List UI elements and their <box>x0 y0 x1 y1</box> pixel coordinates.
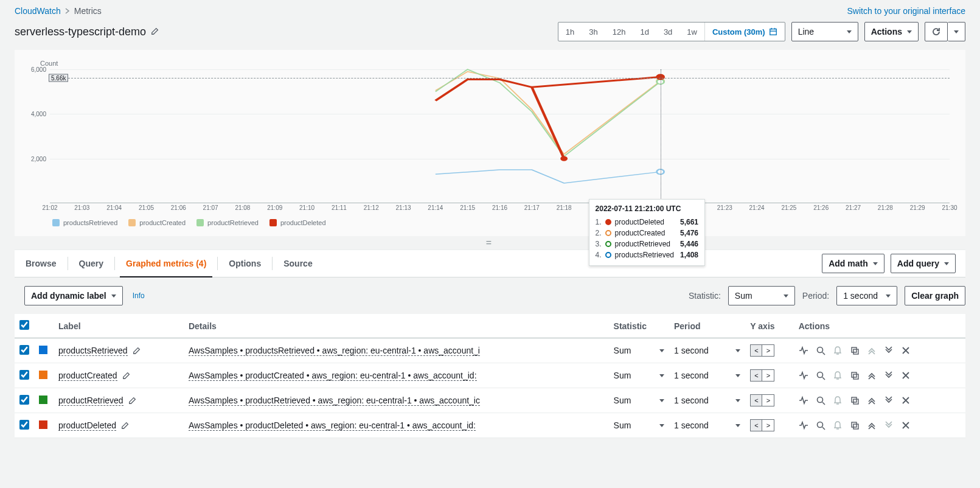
edit-icon[interactable] <box>122 371 131 380</box>
row-checkbox[interactable] <box>19 420 29 430</box>
row-checkbox[interactable] <box>19 395 29 405</box>
search-icon[interactable] <box>816 346 825 355</box>
resize-handle[interactable]: = <box>15 236 965 249</box>
arrow-down-icon[interactable] <box>884 371 894 380</box>
statistic-select[interactable]: Sum <box>728 286 795 305</box>
yaxis-right-button[interactable]: > <box>762 344 774 357</box>
yaxis-left-button[interactable]: < <box>750 344 762 357</box>
chart[interactable]: Count 2,0004,0006,000 5.66k 07-11 21:20:… <box>15 50 965 236</box>
close-icon[interactable] <box>901 346 911 355</box>
yaxis-left-button[interactable]: < <box>750 369 762 382</box>
refresh-button[interactable] <box>925 22 948 41</box>
breadcrumb-root[interactable]: CloudWatch <box>15 6 61 16</box>
yaxis-right-button[interactable]: > <box>762 369 774 382</box>
legend-item[interactable]: productCreated <box>128 219 186 226</box>
copy-icon[interactable] <box>850 396 860 405</box>
bell-icon[interactable] <box>833 371 843 380</box>
tab-graphed-metrics-4[interactable]: Graphed metrics (4) <box>115 250 217 277</box>
switch-interface-link[interactable]: Switch to your original interface <box>847 6 965 16</box>
time-range-1w[interactable]: 1w <box>679 23 704 41</box>
pulse-icon[interactable] <box>799 371 808 380</box>
time-range-1d[interactable]: 1d <box>633 23 656 41</box>
row-statistic-select[interactable]: Sum <box>614 371 664 380</box>
time-range-1h[interactable]: 1h <box>558 23 582 41</box>
arrow-up-icon[interactable] <box>867 371 877 380</box>
row-checkbox[interactable] <box>19 370 29 380</box>
period-select[interactable]: 1 second <box>836 286 897 305</box>
yaxis-right-button[interactable]: > <box>762 419 774 431</box>
row-checkbox[interactable] <box>19 345 29 355</box>
actions-button[interactable]: Actions <box>864 22 919 41</box>
legend-item[interactable]: productRetrieved <box>196 219 259 226</box>
arrow-up-icon[interactable] <box>867 346 877 355</box>
edit-icon[interactable] <box>121 421 130 430</box>
copy-icon[interactable] <box>850 420 860 430</box>
tab-query[interactable]: Query <box>68 250 114 277</box>
time-range-12h[interactable]: 12h <box>605 23 633 41</box>
metric-details[interactable]: AwsSamples • productCreated • aws_region… <box>189 371 477 381</box>
time-range-custom[interactable]: Custom (30m) <box>704 23 785 41</box>
series-color-swatch[interactable] <box>39 420 47 429</box>
yaxis-left-button[interactable]: < <box>750 394 762 406</box>
bell-icon[interactable] <box>833 346 843 355</box>
add-math-button[interactable]: Add math <box>822 254 884 273</box>
arrow-up-icon[interactable] <box>867 420 877 430</box>
time-range-3d[interactable]: 3d <box>656 23 679 41</box>
edit-icon[interactable] <box>128 396 137 405</box>
close-icon[interactable] <box>901 371 911 380</box>
arrow-down-icon[interactable] <box>884 346 894 355</box>
row-period-select[interactable]: 1 second <box>674 396 740 405</box>
copy-icon[interactable] <box>850 346 860 355</box>
arrow-down-icon[interactable] <box>884 396 894 405</box>
search-icon[interactable] <box>816 396 825 405</box>
legend-label: productCreated <box>139 219 186 226</box>
select-all-checkbox[interactable] <box>19 320 29 330</box>
pulse-icon[interactable] <box>799 420 808 430</box>
search-icon[interactable] <box>816 371 825 380</box>
chart-type-select[interactable]: Line <box>791 22 858 41</box>
metric-label[interactable]: productDeleted <box>58 420 116 431</box>
edit-icon[interactable] <box>133 346 141 355</box>
legend-item[interactable]: productsRetrieved <box>52 219 117 226</box>
legend-item[interactable]: productDeleted <box>269 219 326 226</box>
row-period-select[interactable]: 1 second <box>674 371 740 380</box>
row-period-select[interactable]: 1 second <box>674 346 740 355</box>
metric-details[interactable]: AwsSamples • productRetrieved • aws_regi… <box>189 396 480 406</box>
tab-source[interactable]: Source <box>273 250 323 277</box>
bell-icon[interactable] <box>833 396 843 405</box>
search-icon[interactable] <box>816 420 825 430</box>
edit-title-icon[interactable] <box>151 26 159 38</box>
metric-details[interactable]: AwsSamples • productsRetrieved • aws_reg… <box>189 346 480 356</box>
tab-browse[interactable]: Browse <box>15 250 68 277</box>
row-statistic-select[interactable]: Sum <box>614 346 664 355</box>
arrow-down-icon[interactable] <box>884 420 894 430</box>
row-statistic-select[interactable]: Sum <box>614 420 664 430</box>
tab-options[interactable]: Options <box>218 250 272 277</box>
yaxis-left-button[interactable]: < <box>750 419 762 431</box>
copy-icon[interactable] <box>850 371 860 380</box>
refresh-options-button[interactable] <box>948 22 965 41</box>
bell-icon[interactable] <box>833 420 843 430</box>
chevron-down-icon <box>873 262 878 265</box>
arrow-up-icon[interactable] <box>867 396 877 405</box>
close-icon[interactable] <box>901 396 911 405</box>
time-range-3h[interactable]: 3h <box>582 23 605 41</box>
metric-label[interactable]: productRetrieved <box>58 396 123 406</box>
info-link[interactable]: Info <box>133 291 145 300</box>
metric-label[interactable]: productCreated <box>58 371 117 381</box>
metric-details[interactable]: AwsSamples • productDeleted • aws_region… <box>189 420 476 431</box>
add-query-button[interactable]: Add query <box>891 254 956 273</box>
pulse-icon[interactable] <box>799 396 808 405</box>
add-dynamic-label-button[interactable]: Add dynamic label <box>24 286 123 305</box>
series-color-swatch[interactable] <box>39 346 47 354</box>
close-icon[interactable] <box>901 420 911 430</box>
pulse-icon[interactable] <box>799 346 808 355</box>
row-period-select[interactable]: 1 second <box>674 420 740 430</box>
series-color-swatch[interactable] <box>39 396 47 404</box>
svg-rect-19 <box>853 374 858 379</box>
metric-label[interactable]: productsRetrieved <box>58 346 128 356</box>
row-statistic-select[interactable]: Sum <box>614 396 664 405</box>
yaxis-right-button[interactable]: > <box>762 394 774 406</box>
series-color-swatch[interactable] <box>39 371 47 379</box>
clear-graph-button[interactable]: Clear graph <box>905 286 965 305</box>
